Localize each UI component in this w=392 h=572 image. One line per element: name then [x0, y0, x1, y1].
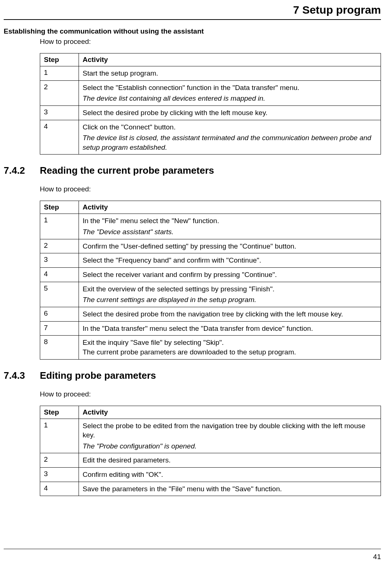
chapter-title: 7 Setup program: [4, 4, 381, 16]
section2-number: 7.4.3: [4, 370, 40, 381]
activity-line: Edit the desired parameters.: [83, 455, 377, 465]
activity-cell: Save the parameters in the "File" menu w…: [79, 482, 381, 496]
table-row: 4Click on the "Connect" button.The devic…: [40, 120, 381, 155]
activity-line: In the "File" menu select the "New" func…: [83, 216, 377, 226]
section0-table: Step Activity 1Start the setup program.2…: [40, 53, 381, 155]
table-row: 1Start the setup program.: [40, 66, 381, 81]
activity-cell: Start the setup program.: [79, 66, 381, 81]
section1-proceed: How to proceed:: [40, 185, 381, 193]
table-row: 4Save the parameters in the "File" menu …: [40, 482, 381, 496]
section1-table: Step Activity 1In the "File" menu select…: [40, 201, 381, 359]
header-step: Step: [40, 201, 79, 214]
activity-line: Select the "Establish connection" functi…: [83, 83, 377, 93]
activity-cell: Select the "Establish connection" functi…: [79, 80, 381, 105]
table-row: 1In the "File" menu select the "New" fun…: [40, 214, 381, 239]
activity-line: Start the setup program.: [83, 69, 377, 78]
step-cell: 2: [40, 239, 79, 253]
activity-line: The "Device assistant" starts.: [83, 227, 377, 237]
header-activity: Activity: [79, 201, 381, 214]
step-cell: 7: [40, 321, 79, 336]
section1-number: 7.4.2: [4, 165, 40, 176]
table-row: 5Exit the overview of the selected setti…: [40, 282, 381, 307]
step-cell: 3: [40, 105, 79, 120]
activity-cell: Edit the desired parameters.: [79, 453, 381, 468]
footer-divider: [4, 549, 381, 549]
activity-cell: Select the "Frequency band" and confirm …: [79, 253, 381, 268]
step-cell: 8: [40, 336, 79, 359]
table-row: 3Select the desired probe by clicking wi…: [40, 105, 381, 120]
table-row: 7In the "Data transfer" menu select the …: [40, 321, 381, 336]
activity-line: Select the desired probe from the naviga…: [83, 309, 377, 319]
page-footer: 41: [4, 549, 381, 561]
activity-line: Select the probe to be edited from the n…: [83, 421, 377, 440]
header-step: Step: [40, 53, 79, 66]
table-row: 2Select the "Establish connection" funct…: [40, 80, 381, 105]
table-header-row: Step Activity: [40, 201, 381, 214]
step-cell: 4: [40, 268, 79, 282]
step-cell: 5: [40, 282, 79, 307]
table-row: 4Select the receiver variant and confirm…: [40, 268, 381, 282]
activity-line: The device list is closed, the assistant…: [83, 133, 377, 152]
activity-line: The "Probe configuration" is opened.: [83, 441, 377, 451]
section1-title: Reading the current probe parameters: [40, 165, 214, 176]
page-number: 41: [4, 553, 381, 561]
activity-line: Select the "Frequency band" and confirm …: [83, 256, 377, 265]
activity-cell: Select the probe to be edited from the n…: [79, 419, 381, 453]
activity-cell: Exit the overview of the selected settin…: [79, 282, 381, 307]
header-step: Step: [40, 406, 79, 419]
section2-title: Editing probe parameters: [40, 370, 156, 381]
activity-cell: Select the receiver variant and confirm …: [79, 268, 381, 282]
activity-line: Exit the inquiry "Save file" by selectin…: [83, 338, 377, 347]
header-activity: Activity: [79, 53, 381, 66]
section2-proceed: How to proceed:: [40, 390, 381, 398]
activity-line: Click on the "Connect" button.: [83, 122, 377, 132]
table-row: 3Confirm editing with "OK".: [40, 468, 381, 482]
activity-line: Confirm editing with "OK".: [83, 470, 377, 479]
activity-cell: Confirm the "User-defined setting" by pr…: [79, 239, 381, 253]
step-cell: 4: [40, 482, 79, 496]
activity-cell: Click on the "Connect" button.The device…: [79, 120, 381, 155]
step-cell: 3: [40, 468, 79, 482]
activity-line: The device list containing all devices e…: [83, 94, 377, 103]
activity-line: Exit the overview of the selected settin…: [83, 284, 377, 294]
table-row: 6Select the desired probe from the navig…: [40, 307, 381, 321]
table-row: 2Edit the desired parameters.: [40, 453, 381, 468]
activity-cell: In the "File" menu select the "New" func…: [79, 214, 381, 239]
step-cell: 2: [40, 80, 79, 105]
activity-line: Select the desired probe by clicking wit…: [83, 108, 377, 118]
section0-heading: Establishing the communication without u…: [4, 27, 381, 35]
step-cell: 3: [40, 253, 79, 268]
table-row: 3Select the "Frequency band" and confirm…: [40, 253, 381, 268]
activity-cell: Exit the inquiry "Save file" by selectin…: [79, 336, 381, 359]
step-cell: 1: [40, 66, 79, 81]
table-header-row: Step Activity: [40, 406, 381, 419]
activity-line: In the "Data transfer" menu select the "…: [83, 324, 377, 333]
section2-table: Step Activity 1Select the probe to be ed…: [40, 406, 381, 496]
activity-line: Confirm the "User-defined setting" by pr…: [83, 242, 377, 251]
section1-heading-row: 7.4.2 Reading the current probe paramete…: [4, 165, 381, 176]
top-divider: [4, 19, 381, 20]
activity-cell: In the "Data transfer" menu select the "…: [79, 321, 381, 336]
step-cell: 6: [40, 307, 79, 321]
section0-proceed: How to proceed:: [40, 38, 381, 46]
section2-heading-row: 7.4.3 Editing probe parameters: [4, 370, 381, 381]
step-cell: 4: [40, 120, 79, 155]
activity-line: Save the parameters in the "File" menu w…: [83, 484, 377, 494]
step-cell: 2: [40, 453, 79, 468]
table-row: 1Select the probe to be edited from the …: [40, 419, 381, 453]
activity-line: The current settings are displayed in th…: [83, 295, 377, 305]
activity-line: Select the receiver variant and confirm …: [83, 270, 377, 280]
activity-line: The current probe parameters are downloa…: [83, 347, 377, 357]
activity-cell: Confirm editing with "OK".: [79, 468, 381, 482]
activity-cell: Select the desired probe by clicking wit…: [79, 105, 381, 120]
activity-cell: Select the desired probe from the naviga…: [79, 307, 381, 321]
table-header-row: Step Activity: [40, 53, 381, 66]
table-row: 8Exit the inquiry "Save file" by selecti…: [40, 336, 381, 359]
step-cell: 1: [40, 419, 79, 453]
step-cell: 1: [40, 214, 79, 239]
table-row: 2Confirm the "User-defined setting" by p…: [40, 239, 381, 253]
header-activity: Activity: [79, 406, 381, 419]
